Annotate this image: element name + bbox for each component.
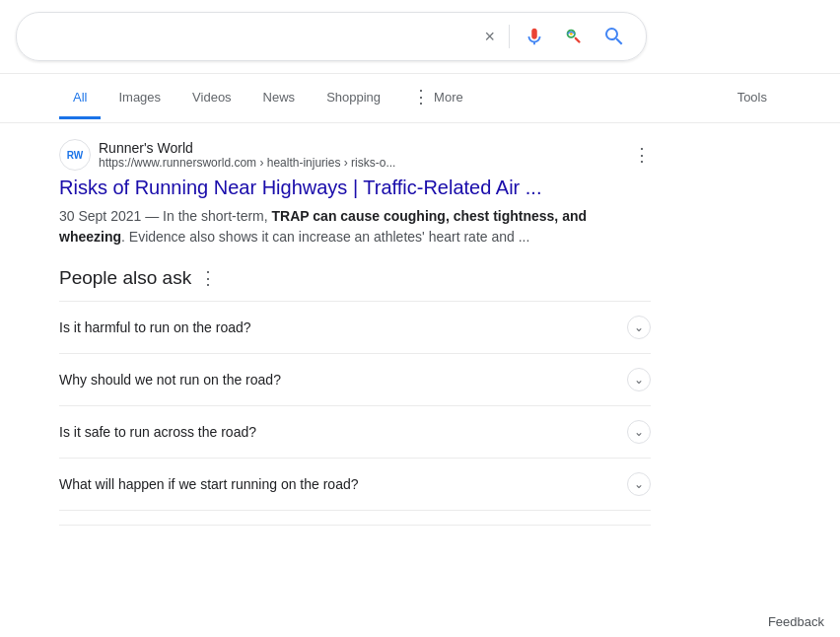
- result-date: 30 Sept 2021: [59, 208, 141, 224]
- paa-question-text-2: Why should we not run on the road?: [59, 372, 281, 388]
- result-title[interactable]: Risks of Running Near Highways | Traffic…: [59, 175, 651, 200]
- paa-chevron-3: ⌄: [627, 420, 651, 444]
- tab-shopping[interactable]: Shopping: [313, 78, 394, 119]
- paa-header: People also ask ⋮: [59, 267, 651, 289]
- tab-images[interactable]: Images: [105, 78, 175, 119]
- main-content: RW Runner's World https://www.runnerswor…: [0, 123, 710, 541]
- search-bar: The Dangers of Running on the Road ×: [16, 12, 647, 61]
- paa-question-text-3: Is it safe to run across the road?: [59, 424, 256, 440]
- paa-question-3[interactable]: Is it safe to run across the road? ⌄: [59, 406, 651, 459]
- paa-question-2[interactable]: Why should we not run on the road? ⌄: [59, 354, 651, 406]
- lens-button[interactable]: [559, 22, 589, 51]
- search-tabs: All Images Videos News Shopping ⋮ More T…: [0, 74, 840, 123]
- result-url: https://www.runnersworld.com › health-in…: [99, 156, 395, 170]
- result-site-name: Runner's World: [99, 140, 395, 156]
- tab-news[interactable]: News: [249, 78, 310, 119]
- more-dots-icon: ⋮: [412, 86, 430, 107]
- paa-menu-button[interactable]: ⋮: [199, 267, 217, 289]
- lens-icon: [563, 26, 585, 47]
- tab-all[interactable]: All: [59, 78, 101, 119]
- search-icon: [602, 25, 626, 48]
- people-also-ask: People also ask ⋮ Is it harmful to run o…: [59, 267, 651, 526]
- microphone-button[interactable]: [520, 22, 549, 51]
- tab-more[interactable]: ⋮ More: [398, 74, 477, 122]
- paa-chevron-1: ⌄: [627, 316, 651, 339]
- search-input[interactable]: The Dangers of Running on the Road: [33, 28, 480, 45]
- paa-question-text-1: Is it harmful to run on the road?: [59, 319, 251, 335]
- paa-chevron-4: ⌄: [627, 472, 651, 496]
- paa-question-text-4: What will happen if we start running on …: [59, 476, 359, 492]
- paa-bottom-border: [59, 525, 651, 526]
- microphone-icon: [524, 26, 545, 47]
- result-snippet: 30 Sept 2021 — In the short-term, TRAP c…: [59, 206, 651, 248]
- paa-title: People also ask: [59, 267, 191, 289]
- result-snippet-before: — In the short-term,: [145, 208, 271, 224]
- svg-point-1: [570, 33, 573, 35]
- search-result: RW Runner's World https://www.runnerswor…: [59, 139, 651, 248]
- search-button[interactable]: [598, 21, 630, 52]
- divider: [509, 25, 510, 48]
- paa-question-1[interactable]: Is it harmful to run on the road? ⌄: [59, 301, 651, 354]
- tab-tools[interactable]: Tools: [724, 78, 781, 119]
- result-site-info: Runner's World https://www.runnersworld.…: [99, 140, 395, 170]
- paa-chevron-2: ⌄: [627, 368, 651, 391]
- search-bar-wrapper: The Dangers of Running on the Road ×: [0, 0, 840, 74]
- result-menu-button[interactable]: ⋮: [633, 144, 651, 166]
- clear-button[interactable]: ×: [480, 23, 499, 51]
- result-source: RW Runner's World https://www.runnerswor…: [59, 139, 651, 171]
- paa-question-4[interactable]: What will happen if we start running on …: [59, 459, 651, 511]
- result-favicon: RW: [59, 139, 91, 171]
- tab-videos[interactable]: Videos: [178, 78, 245, 119]
- result-snippet-after: . Evidence also shows it can increase an…: [121, 229, 529, 245]
- search-icons: ×: [480, 21, 630, 52]
